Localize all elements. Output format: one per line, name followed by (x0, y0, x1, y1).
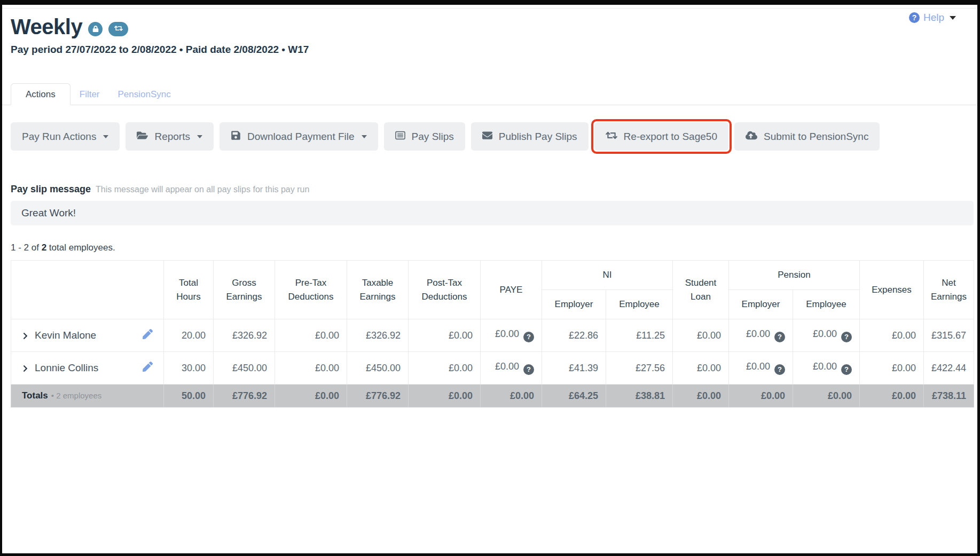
header-pension-group: Pension (729, 261, 860, 290)
value-cell: £0.00 (860, 319, 924, 352)
totals-label: Totals (22, 390, 48, 401)
caret-down-icon (362, 135, 367, 138)
totals-value-cell: £776.92 (214, 385, 275, 408)
question-badge-icon[interactable] (841, 332, 852, 342)
header-ni-employer: Employer (542, 290, 606, 319)
edit-pencil-icon[interactable] (143, 329, 153, 342)
header-taxable-earnings: Taxable Earnings (347, 261, 409, 319)
cloud-upload-icon (746, 130, 757, 143)
value-cell: £422.44 (924, 352, 974, 385)
value-cell: £0.00 (860, 352, 924, 385)
employee-table-body: Kevin Malone20.00£326.92£0.00£326.92£0.0… (11, 319, 974, 385)
totals-label-cell: Totals• 2 employees (11, 385, 164, 408)
payslip-message-input[interactable] (11, 201, 974, 225)
value-cell: £41.39 (542, 352, 606, 385)
header-gross-earnings: Gross Earnings (214, 261, 275, 319)
page-header: Weekly Pay period 27/07/2022 to 2/08/202… (2, 5, 977, 56)
header-post-tax-deductions: Post-Tax Deductions (409, 261, 481, 319)
tab-bar: Actions Filter PensionSync (2, 83, 977, 105)
question-badge-icon[interactable] (523, 364, 534, 375)
totals-value-cell: £0.00 (481, 385, 542, 408)
question-badge-icon[interactable] (841, 364, 852, 375)
value-cell: £0.00 (275, 352, 347, 385)
question-badge-icon[interactable] (523, 332, 534, 342)
employee-name: Lonnie Collins (35, 362, 98, 373)
totals-value-cell: £38.81 (606, 385, 673, 408)
header-pension-employee: Employee (793, 290, 860, 319)
question-badge-icon[interactable] (774, 332, 785, 342)
retweet-icon (606, 130, 617, 143)
header-net-earnings: Net Earnings (924, 261, 974, 319)
caret-down-icon (103, 135, 108, 138)
employee-cell[interactable]: Kevin Malone (11, 319, 164, 352)
help-question-icon (909, 12, 920, 23)
value-cell: £0.00 (409, 352, 481, 385)
value-cell: £326.92 (214, 319, 275, 352)
payslip-message-label: Pay slip message (11, 184, 91, 195)
value-cell: £0.00 (673, 319, 729, 352)
totals-value-cell: 50.00 (164, 385, 214, 408)
value-cell: £326.92 (347, 319, 409, 352)
caret-down-icon (197, 135, 202, 138)
tab-actions[interactable]: Actions (11, 83, 70, 105)
value-cell: £0.00 (793, 319, 860, 352)
table-row: Lonnie Collins30.00£450.00£0.00£450.00£0… (11, 352, 974, 385)
header-total-hours: Total Hours (164, 261, 214, 319)
actions-toolbar: Pay Run Actions Reports Download Payment… (11, 122, 969, 151)
reexported-badge (108, 22, 128, 36)
header-ni-group: NI (542, 261, 673, 290)
header-pre-tax-deductions: Pre-Tax Deductions (275, 261, 347, 319)
pay-slips-label: Pay Slips (412, 131, 454, 143)
value-cell: £0.00 (793, 352, 860, 385)
value-cell: £27.56 (606, 352, 673, 385)
page: Weekly Pay period 27/07/2022 to 2/08/202… (2, 5, 977, 553)
page-title: Weekly (11, 15, 82, 39)
submit-pensionsync-button[interactable]: Submit to PensionSync (734, 122, 880, 151)
tab-filter[interactable]: Filter (70, 84, 109, 105)
payslip-list-icon (395, 130, 405, 143)
tab-pensionsync[interactable]: PensionSync (109, 84, 180, 105)
re-export-sage50-button[interactable]: Re-export to Sage50 (594, 122, 728, 151)
totals-value-cell: £0.00 (729, 385, 793, 408)
totals-value-cell: £0.00 (793, 385, 860, 408)
summary-range: 1 - 2 of (11, 242, 42, 253)
submit-pensionsync-label: Submit to PensionSync (764, 131, 868, 143)
pay-run-actions-button[interactable]: Pay Run Actions (11, 122, 120, 151)
totals-value-cell: £0.00 (673, 385, 729, 408)
value-cell: £450.00 (214, 352, 275, 385)
pay-slips-button[interactable]: Pay Slips (384, 122, 465, 151)
employee-cell[interactable]: Lonnie Collins (11, 352, 164, 385)
publish-pay-slips-button[interactable]: Publish Pay Slips (471, 122, 589, 151)
value-cell: £450.00 (347, 352, 409, 385)
chevron-right-icon[interactable] (22, 330, 28, 341)
totals-value-cell: £738.11 (924, 385, 974, 408)
totals-value-cell: £776.92 (347, 385, 409, 408)
download-payment-file-button[interactable]: Download Payment File (219, 122, 378, 151)
re-export-sage50-label: Re-export to Sage50 (624, 131, 717, 143)
edit-pencil-icon[interactable] (143, 362, 153, 374)
value-cell: £0.00 (729, 352, 793, 385)
payslip-message-hint: This message will appear on all pay slip… (96, 185, 309, 194)
value-cell: £11.25 (606, 319, 673, 352)
folder-open-icon (137, 130, 148, 143)
caret-down-icon (950, 16, 956, 20)
header-expenses: Expenses (860, 261, 924, 319)
question-badge-icon[interactable] (774, 364, 785, 375)
totals-value-cell: £0.00 (275, 385, 347, 408)
value-cell: £0.00 (481, 319, 542, 352)
lock-icon (92, 25, 99, 34)
value-cell: £22.86 (542, 319, 606, 352)
help-menu[interactable]: Help (909, 12, 956, 24)
chevron-right-icon[interactable] (22, 362, 28, 374)
employee-count-summary: 1 - 2 of 2 total employees. (11, 242, 969, 253)
value-cell: 30.00 (164, 352, 214, 385)
table-row: Kevin Malone20.00£326.92£0.00£326.92£0.0… (11, 319, 974, 352)
summary-total: 2 (42, 242, 46, 253)
value-cell: £0.00 (673, 352, 729, 385)
reports-button[interactable]: Reports (126, 122, 214, 151)
employee-table: Total Hours Gross Earnings Pre-Tax Deduc… (11, 260, 974, 408)
value-cell: £0.00 (409, 319, 481, 352)
value-cell: £0.00 (481, 352, 542, 385)
value-cell: 20.00 (164, 319, 214, 352)
totals-row: Totals• 2 employees50.00£776.92£0.00£776… (11, 385, 974, 408)
